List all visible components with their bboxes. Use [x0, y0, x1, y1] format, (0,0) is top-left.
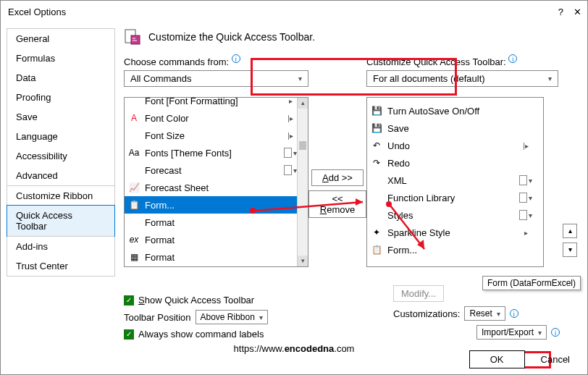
move-up-button[interactable]: ▴ — [563, 224, 577, 238]
info-icon[interactable]: i — [508, 54, 517, 63]
command-item[interactable]: 📋Form... — [125, 196, 297, 214]
titlebar: Excel Options ? ✕ — [1, 1, 587, 22]
sidebar-item-accessibility[interactable]: Accessibility — [7, 146, 114, 166]
command-item[interactable]: Font Size|▸ — [125, 127, 297, 144]
qat-item[interactable]: 📋Form... — [367, 241, 532, 258]
command-item[interactable]: ▦Format — [125, 248, 297, 266]
watermark: https://www.encodedna.com — [234, 343, 355, 354]
sidebar-item-general[interactable]: General — [7, 29, 114, 49]
command-item[interactable]: Forecast▾ — [125, 161, 297, 179]
svg-rect-1 — [131, 35, 140, 44]
window-title: Excel Options — [8, 7, 66, 17]
customize-qat-label: Customize Quick Access Toolbar: — [366, 56, 506, 67]
scrollbar[interactable]: ▴ ▾ — [297, 98, 308, 266]
close-icon[interactable]: ✕ — [574, 7, 581, 17]
customize-qat-dropdown[interactable]: For all documents (default) ▾ — [366, 70, 558, 87]
sidebar-item-data[interactable]: Data — [7, 68, 114, 88]
tooltip: Form (DataFormExcel) — [482, 276, 581, 290]
qat-item[interactable]: 💾Turn AutoSave On/Off — [367, 102, 532, 119]
chevron-down-icon: ▾ — [548, 75, 552, 83]
info-icon[interactable]: i — [510, 309, 518, 318]
add-button[interactable]: Add >> — [311, 169, 364, 186]
qat-item[interactable]: ✦Sparkline Style▸ — [367, 224, 532, 241]
move-down-button[interactable]: ▾ — [563, 243, 577, 257]
always-show-labels-checkbox[interactable]: ✓ — [124, 329, 134, 340]
qat-item[interactable]: ↶Undo|▸ — [367, 137, 532, 154]
info-icon[interactable]: i — [551, 328, 560, 337]
info-icon[interactable]: i — [232, 54, 240, 63]
qat-item[interactable]: 💾Save — [367, 119, 532, 137]
command-item[interactable]: exFormat — [125, 231, 297, 248]
qat-listbox[interactable]: 💾Turn AutoSave On/Off💾Save↶Undo|▸↷RedoXM… — [366, 97, 544, 267]
choose-commands-dropdown[interactable]: All Commands ▾ — [124, 70, 308, 87]
choose-commands-label: Choose commands from: — [124, 56, 229, 67]
qat-customize-icon — [124, 28, 141, 46]
main-panel: Customize the Quick Access Toolbar. Choo… — [124, 28, 581, 344]
customizations-label: Customizations: — [393, 308, 460, 319]
qat-item[interactable]: ↷Redo — [367, 154, 532, 172]
sidebar-item-advanced[interactable]: Advanced — [7, 166, 114, 185]
qat-item[interactable]: XML▾ — [367, 172, 532, 189]
sidebar-item-save[interactable]: Save — [7, 107, 114, 127]
qat-item[interactable]: Function Library▾ — [367, 189, 532, 206]
command-item[interactable]: 📈Forecast Sheet — [125, 179, 297, 196]
sidebar-item-add-ins[interactable]: Add-ins — [7, 237, 114, 256]
toolbar-position-dropdown[interactable]: Above Ribbon▾ — [196, 310, 268, 324]
sidebar-item-quick-access-toolbar[interactable]: Quick Access Toolbar — [7, 205, 115, 237]
show-qat-label: Show Quick Access Toolbar — [138, 295, 254, 306]
modify-button: Modify... — [393, 285, 444, 302]
qat-item[interactable]: Styles▾ — [367, 206, 532, 224]
sidebar-item-formulas[interactable]: Formulas — [7, 49, 114, 68]
sidebar-item-trust-center[interactable]: Trust Center — [7, 256, 114, 276]
help-icon[interactable]: ? — [558, 7, 563, 17]
reset-dropdown[interactable]: Reset▾ — [464, 306, 505, 321]
always-show-labels-label: Always show command labels — [138, 329, 264, 340]
show-qat-checkbox[interactable]: ✓ — [124, 295, 134, 306]
sidebar-item-proofing[interactable]: Proofing — [7, 88, 114, 107]
commands-listbox[interactable]: Font [Font Formatting]▸AFont Color|▸Font… — [124, 97, 308, 267]
cancel-button[interactable]: Cancel — [532, 351, 579, 368]
sidebar-item-language[interactable]: Language — [7, 127, 114, 146]
command-item[interactable]: Format — [125, 214, 297, 231]
command-item[interactable]: Format 3D Model — [125, 266, 297, 267]
sidebar: GeneralFormulasDataProofingSaveLanguageA… — [7, 28, 115, 277]
remove-button[interactable]: << Remove — [308, 190, 366, 218]
chevron-down-icon: ▾ — [298, 75, 302, 83]
command-item[interactable]: Font [Font Formatting]▸ — [125, 97, 297, 109]
ok-button[interactable]: OK — [469, 350, 525, 368]
command-item[interactable]: AaFonts [Theme Fonts]▾ — [125, 144, 297, 161]
command-item[interactable]: AFont Color|▸ — [125, 109, 297, 127]
toolbar-position-label: Toolbar Position — [124, 312, 191, 323]
import-export-dropdown[interactable]: Import/Export▾ — [476, 325, 547, 340]
sidebar-item-customize-ribbon[interactable]: Customize Ribbon — [7, 186, 114, 206]
page-heading: Customize the Quick Access Toolbar. — [148, 31, 315, 43]
